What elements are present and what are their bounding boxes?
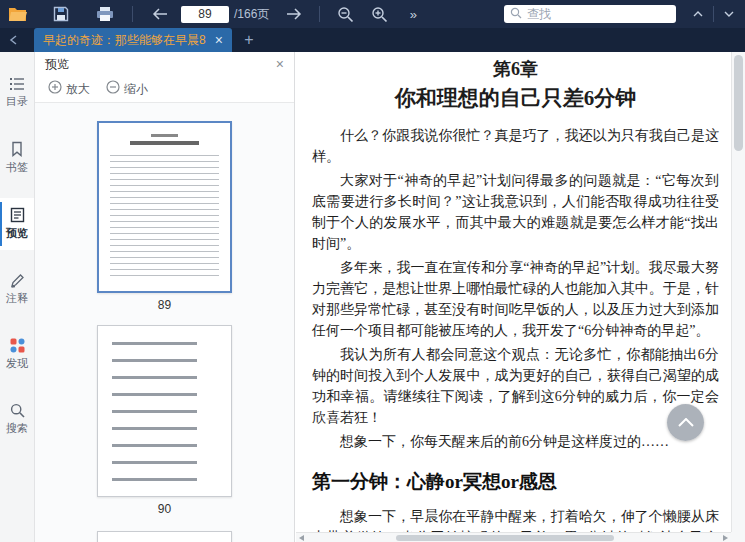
sidebar-item-bookmarks[interactable]: 书签 xyxy=(0,132,34,184)
arrow-left-icon xyxy=(152,8,168,20)
printer-icon xyxy=(96,6,114,22)
zoom-in-button[interactable] xyxy=(366,3,392,25)
page-thumbnail-partial[interactable] xyxy=(97,531,232,542)
thumbnail-content xyxy=(151,134,177,137)
paragraph: 我认为所有人都会同意这个观点：无论多忙，你都能抽出6分钟的时间投入到个人发展中，… xyxy=(312,344,719,428)
sidebar-item-label: 发现 xyxy=(6,356,28,371)
thumbnail-content xyxy=(112,342,197,482)
navigation-sidebar: 目录 书签 预览 注释 发现 xyxy=(0,52,35,542)
arrow-right-icon xyxy=(286,8,302,20)
toolbar-divider xyxy=(132,6,133,22)
minus-circle-icon xyxy=(106,80,120,98)
vertical-scrollbar-thumb[interactable] xyxy=(734,55,743,151)
page-thumbnail-90[interactable] xyxy=(97,325,232,497)
sidebar-item-label: 书签 xyxy=(6,160,28,175)
sidebar-item-annotations[interactable]: 注释 xyxy=(0,264,34,315)
prev-page-button[interactable] xyxy=(147,3,173,25)
print-button[interactable] xyxy=(92,3,118,25)
zoom-out-icon xyxy=(337,6,354,23)
sidebar-item-label: 预览 xyxy=(6,226,28,241)
more-tools-button[interactable]: » xyxy=(400,3,426,25)
open-file-button[interactable] xyxy=(4,3,30,25)
search-box[interactable] xyxy=(504,5,676,23)
next-page-button[interactable] xyxy=(281,3,307,25)
sidebar-item-label: 目录 xyxy=(6,94,28,109)
sidebar-item-label: 搜索 xyxy=(6,421,28,436)
toc-icon xyxy=(9,77,25,91)
preview-panel-header: 预览 × xyxy=(35,52,294,76)
pen-icon xyxy=(10,273,25,288)
zoom-in-label: 放大 xyxy=(66,81,90,98)
plus-circle-icon xyxy=(48,80,62,98)
zoom-in-icon xyxy=(371,6,388,23)
preview-close-icon[interactable]: × xyxy=(276,57,284,71)
thumbnail-page-number: 90 xyxy=(158,502,171,516)
toolbar-divider xyxy=(319,6,320,22)
tab-title: 早起的奇迹：那些能够在早晨8 xyxy=(43,32,206,49)
save-icon xyxy=(53,6,69,22)
sidebar-item-label: 注释 xyxy=(6,291,28,306)
scroll-left-arrow-icon[interactable] xyxy=(299,535,304,541)
sidebar-item-search[interactable]: 搜索 xyxy=(0,394,34,445)
search-icon xyxy=(10,403,25,418)
horizontal-scrollbar-thumb[interactable] xyxy=(396,535,614,541)
document-tab[interactable]: 早起的奇迹：那些能够在早晨8 × xyxy=(34,28,232,52)
search-input[interactable] xyxy=(527,7,670,21)
document-view: 第6章 你和理想的自己只差6分钟 什么？你跟我说你很忙？真是巧了，我还以为只有我… xyxy=(296,52,731,532)
expand-toolbar-button[interactable] xyxy=(719,3,739,25)
page-thumbnail-89[interactable] xyxy=(97,121,232,293)
bookmark-icon xyxy=(10,141,24,157)
chevron-left-icon xyxy=(9,33,17,48)
scroll-right-arrow-icon[interactable] xyxy=(723,535,728,541)
page-number-input[interactable] xyxy=(181,6,229,23)
sidebar-item-toc[interactable]: 目录 xyxy=(0,68,34,118)
back-to-top-button[interactable] xyxy=(667,404,704,441)
chapter-number: 第6章 xyxy=(312,57,719,81)
sidebar-item-discover[interactable]: 发现 xyxy=(0,329,34,380)
zoom-out-label: 缩小 xyxy=(124,81,148,98)
new-tab-button[interactable]: + xyxy=(236,28,262,52)
discover-icon xyxy=(10,338,25,353)
zoom-out-button[interactable] xyxy=(332,3,358,25)
chevron-up-icon xyxy=(678,415,694,430)
thumbnail-zoom-controls: 放大 缩小 xyxy=(35,76,294,103)
thumbnail-page-number: 89 xyxy=(158,298,171,312)
preview-panel: 预览 × 放大 缩小 89 xyxy=(35,52,295,542)
tab-bar: 早起的奇迹：那些能够在早晨8 × + xyxy=(0,28,745,52)
tabs-scroll-left-button[interactable] xyxy=(0,28,26,52)
toolbar-divider xyxy=(713,6,714,22)
page-preview-icon xyxy=(10,207,25,223)
tab-close-icon[interactable]: × xyxy=(215,33,223,47)
section-heading: 第一分钟：心静or冥想or感恩 xyxy=(312,469,719,495)
thumbnail-zoom-in-button[interactable]: 放大 xyxy=(48,80,90,98)
main-toolbar: /166页 » xyxy=(0,0,745,28)
thumbnail-content xyxy=(130,141,198,145)
vertical-scrollbar[interactable] xyxy=(731,52,745,532)
preview-panel-title: 预览 xyxy=(45,56,69,73)
search-icon xyxy=(510,5,522,23)
paragraph: 大家对于“神奇的早起”计划问得最多的问题就是：“它每次到底需要进行多长时间？”这… xyxy=(312,170,719,254)
sidebar-item-preview[interactable]: 预览 xyxy=(0,198,34,250)
collapse-toolbar-button[interactable] xyxy=(688,3,708,25)
chevron-up-icon xyxy=(693,11,703,17)
chevron-down-icon xyxy=(724,11,734,17)
thumbnail-zoom-out-button[interactable]: 缩小 xyxy=(106,80,148,98)
paragraph: 想象一下，早晨你在平静中醒来，打着哈欠，伸了个懒腰从床上带着微笑。当你开始忙碌的… xyxy=(312,506,719,532)
paragraph: 什么？你跟我说你很忙？真是巧了，我还以为只有我自己是这样。 xyxy=(312,125,719,167)
scrollbar-corner xyxy=(731,532,745,542)
pdf-reader-window: /166页 » xyxy=(0,0,745,542)
pdf-page: 第6章 你和理想的自己只差6分钟 什么？你跟我说你很忙？真是巧了，我还以为只有我… xyxy=(296,52,731,532)
chapter-title: 你和理想的自己只差6分钟 xyxy=(312,84,719,112)
save-button[interactable] xyxy=(48,3,74,25)
paragraph: 想象一下，你每天醒来后的前6分钟是这样度过的…… xyxy=(312,431,719,452)
paragraph: 多年来，我一直在宣传和分享“神奇的早起”计划。我尽最大努力完善它，是想让世界上哪… xyxy=(312,257,719,341)
page-total-label: /166页 xyxy=(234,6,269,23)
horizontal-scrollbar[interactable] xyxy=(296,532,731,542)
thumbnail-list: 89 90 xyxy=(35,103,294,542)
folder-icon xyxy=(8,7,27,22)
thumbnail-content xyxy=(110,155,219,277)
